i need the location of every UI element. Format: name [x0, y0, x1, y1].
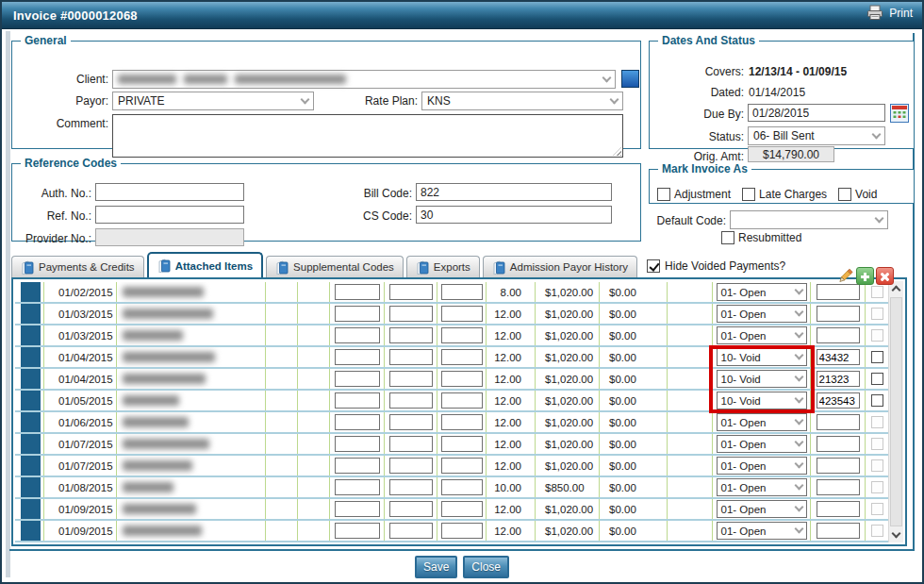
item-field-input-1[interactable] [335, 349, 380, 365]
void-code-input[interactable] [817, 349, 860, 365]
pencil-icon[interactable] [835, 267, 854, 286]
item-field-input-3[interactable] [441, 436, 483, 452]
item-field-input-2[interactable] [389, 436, 433, 452]
item-field-input-2[interactable] [389, 349, 433, 365]
print-button[interactable]: Print [866, 5, 913, 21]
item-status-select[interactable]: 10- Void [717, 392, 807, 409]
item-field-input-3[interactable] [441, 414, 483, 430]
void-code-input[interactable] [817, 306, 860, 322]
status-select[interactable]: 06- Bill Sent [748, 126, 885, 145]
item-field-input-2[interactable] [389, 371, 433, 387]
item-field-input-2[interactable] [389, 306, 433, 322]
item-status-select[interactable]: 01- Open [717, 522, 807, 540]
item-field-input-1[interactable] [335, 306, 380, 322]
item-status-select[interactable]: 01- Open [717, 478, 807, 496]
resubmitted-checkbox[interactable] [721, 231, 734, 244]
tab-payments-credits[interactable]: Payments & Credits [11, 256, 144, 277]
close-button[interactable]: Close [463, 556, 509, 578]
default-code-select[interactable] [730, 210, 888, 229]
rate-plan-select[interactable]: KNS [421, 92, 623, 110]
item-field-input-3[interactable] [441, 458, 483, 474]
client-select[interactable] [112, 70, 616, 89]
late-charges-checkbox[interactable] [742, 188, 755, 201]
item-status-select[interactable]: 01- Open [717, 326, 807, 344]
void-code-input[interactable] [817, 436, 860, 452]
item-field-input-3[interactable] [441, 327, 483, 343]
item-field-input-3[interactable] [441, 479, 483, 495]
item-field-input-3[interactable] [441, 349, 483, 365]
hide-voided-checkbox[interactable] [647, 259, 660, 273]
bill-code-input[interactable] [416, 183, 612, 201]
row-marker[interactable] [21, 499, 43, 519]
void-code-input[interactable] [817, 284, 860, 300]
void-code-input[interactable] [817, 371, 860, 387]
item-status-select[interactable]: 10- Void [717, 348, 807, 366]
client-lookup-button[interactable] [621, 70, 639, 88]
item-checkbox[interactable] [871, 394, 883, 407]
void-code-input[interactable] [817, 458, 860, 474]
item-field-input-2[interactable] [389, 414, 433, 430]
auth-no-input[interactable] [95, 183, 244, 201]
scroll-down-icon[interactable] [892, 529, 901, 539]
item-checkbox[interactable] [871, 308, 883, 320]
row-marker[interactable] [21, 391, 43, 410]
item-checkbox[interactable] [871, 351, 883, 363]
item-status-select[interactable]: 01- Open [717, 283, 807, 301]
item-checkbox[interactable] [871, 416, 883, 428]
row-marker[interactable] [21, 282, 43, 302]
item-checkbox[interactable] [871, 481, 883, 493]
item-field-input-3[interactable] [441, 523, 483, 539]
item-field-input-2[interactable] [389, 327, 433, 343]
item-field-input-3[interactable] [441, 306, 483, 322]
row-marker[interactable] [21, 369, 43, 389]
scroll-up-icon[interactable] [892, 286, 901, 295]
add-icon[interactable] [856, 267, 874, 285]
item-checkbox[interactable] [871, 525, 883, 537]
payor-select[interactable]: PRIVATE [112, 92, 314, 110]
item-field-input-2[interactable] [389, 284, 433, 300]
scrollbar-thumb[interactable] [890, 297, 902, 526]
item-field-input-1[interactable] [335, 392, 380, 409]
due-by-input[interactable] [748, 104, 885, 122]
void-code-input[interactable] [817, 392, 860, 409]
void-code-input[interactable] [817, 501, 860, 517]
row-marker[interactable] [21, 456, 43, 476]
item-checkbox[interactable] [871, 329, 883, 342]
adjustment-checkbox[interactable] [657, 188, 670, 201]
row-marker[interactable] [21, 477, 43, 497]
item-status-select[interactable]: 01- Open [717, 457, 807, 475]
void-checkbox[interactable] [838, 188, 851, 201]
item-field-input-1[interactable] [335, 479, 380, 495]
item-field-input-3[interactable] [441, 371, 483, 387]
row-marker[interactable] [21, 521, 43, 541]
item-field-input-1[interactable] [335, 284, 380, 300]
item-field-input-3[interactable] [441, 284, 483, 300]
item-field-input-3[interactable] [441, 501, 483, 517]
tab-exports[interactable]: Exports [406, 256, 480, 277]
item-field-input-1[interactable] [335, 523, 380, 539]
save-button[interactable]: Save [415, 556, 457, 578]
row-marker[interactable] [21, 434, 43, 454]
item-field-input-2[interactable] [389, 501, 433, 517]
item-field-input-1[interactable] [335, 501, 380, 517]
tab-attached-items[interactable]: Attached Items [147, 252, 263, 277]
item-field-input-2[interactable] [389, 392, 433, 409]
item-field-input-2[interactable] [389, 479, 433, 495]
item-status-select[interactable]: 01- Open [717, 435, 807, 453]
item-field-input-1[interactable] [335, 436, 380, 452]
void-code-input[interactable] [817, 523, 860, 539]
comment-input[interactable] [112, 114, 623, 158]
item-field-input-2[interactable] [389, 523, 433, 539]
item-checkbox[interactable] [871, 438, 883, 450]
item-status-select[interactable]: 10- Void [717, 370, 807, 388]
void-code-input[interactable] [817, 479, 860, 495]
row-marker[interactable] [21, 325, 43, 345]
item-checkbox[interactable] [871, 286, 883, 298]
item-field-input-2[interactable] [389, 458, 433, 474]
item-field-input-1[interactable] [335, 458, 380, 474]
item-status-select[interactable]: 01- Open [717, 413, 807, 431]
row-marker[interactable] [21, 304, 43, 324]
item-field-input-1[interactable] [335, 327, 380, 343]
tab-supplemental-codes[interactable]: Supplemental Codes [266, 256, 404, 277]
item-checkbox[interactable] [871, 373, 883, 385]
